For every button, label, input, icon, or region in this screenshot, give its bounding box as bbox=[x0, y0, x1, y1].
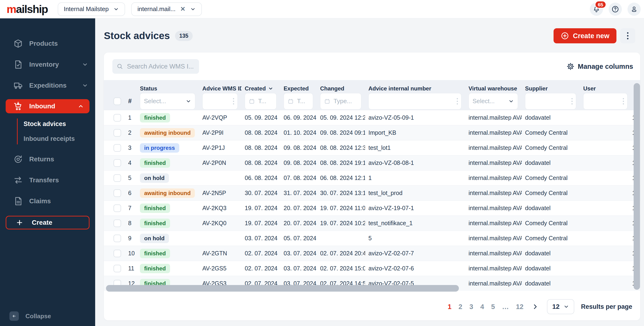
table-row[interactable]: 9 on hold 03. 07. 2024 05. 07. 2024 5 in… bbox=[104, 230, 640, 246]
cell-expected: 20. 07. 2024 bbox=[280, 216, 317, 230]
row-checkbox[interactable] bbox=[114, 129, 121, 136]
package-icon bbox=[13, 39, 23, 48]
select-all-checkbox[interactable] bbox=[114, 98, 121, 105]
sidebar-item-returns[interactable]: Returns bbox=[0, 149, 95, 170]
clear-selection-icon[interactable]: ✕ bbox=[180, 6, 186, 13]
sidebar-item-inventory[interactable]: Inventory bbox=[0, 54, 95, 75]
column-header-advice-wms-id[interactable]: Advice WMS ID bbox=[199, 85, 242, 92]
cell-advice-wms-id: AV-2P9I bbox=[199, 125, 242, 140]
sidebar-subitem-stock-advices[interactable]: Stock advices bbox=[24, 116, 95, 132]
status-filter-select[interactable]: Select... bbox=[140, 93, 195, 110]
page-number[interactable]: 5 bbox=[491, 303, 495, 311]
table-row[interactable]: 3 in progress AV-2P1J 08. 08. 2024 09. 0… bbox=[104, 140, 640, 155]
warehouse-selector[interactable]: internal.mail... ✕ bbox=[131, 2, 202, 16]
page-actions-menu-button[interactable] bbox=[620, 28, 635, 43]
column-header-virtual-warehouse[interactable]: Virtual warehouse bbox=[465, 85, 522, 92]
page-number[interactable]: 2 bbox=[458, 303, 462, 311]
cell-created: 08. 08. 2024 bbox=[242, 156, 280, 170]
table-row[interactable]: 5 on hold 06. 08. 2024 07. 08. 2024 06. … bbox=[104, 170, 640, 186]
table-row[interactable]: 10 finished AV-2GTN 02. 07. 2024 03. 07.… bbox=[104, 246, 640, 261]
row-checkbox[interactable] bbox=[114, 265, 121, 272]
row-checkbox[interactable] bbox=[114, 144, 121, 152]
cell-user bbox=[580, 156, 631, 170]
page-number[interactable]: 12 bbox=[516, 303, 524, 311]
notifications-button[interactable]: 65 bbox=[590, 2, 603, 16]
next-page-button[interactable] bbox=[530, 302, 540, 312]
row-checkbox[interactable] bbox=[114, 114, 121, 122]
column-header-advice-internal-number[interactable]: Advice internal number bbox=[365, 85, 465, 92]
sidebar-subitem-inbound-receipts[interactable]: Inbound receipts bbox=[24, 132, 95, 146]
column-header-changed[interactable]: Changed bbox=[317, 85, 365, 92]
row-number: 2 bbox=[124, 125, 136, 140]
cell-created: 05. 09. 2024 bbox=[242, 110, 280, 125]
create-new-label: Create new bbox=[573, 32, 609, 40]
filter-menu-icon[interactable] bbox=[457, 98, 458, 104]
filter-menu-icon[interactable] bbox=[572, 98, 573, 104]
table-row[interactable]: 8 finished AV-2KQ0 19. 07. 2024 20. 07. … bbox=[104, 216, 640, 230]
created-filter-date-input[interactable]: T... bbox=[245, 93, 276, 110]
horizontal-scrollbar[interactable] bbox=[106, 285, 459, 292]
cell-user bbox=[580, 140, 631, 155]
vertical-scrollbar[interactable] bbox=[634, 83, 640, 290]
column-header-expected[interactable]: Expected bbox=[280, 85, 317, 92]
sidebar-item-expeditions[interactable]: Expeditions bbox=[0, 75, 95, 96]
search-input[interactable] bbox=[112, 59, 199, 74]
manage-columns-button[interactable]: Manage columns bbox=[566, 62, 633, 70]
per-page-select[interactable]: 12 bbox=[547, 299, 574, 314]
filter-menu-icon[interactable] bbox=[623, 98, 624, 104]
mailship-logo: mailship bbox=[6, 2, 48, 16]
row-checkbox[interactable] bbox=[114, 220, 121, 227]
column-header-user[interactable]: User bbox=[580, 85, 631, 92]
page-number[interactable]: 1 bbox=[448, 303, 451, 311]
row-checkbox[interactable] bbox=[114, 159, 121, 167]
row-checkbox[interactable] bbox=[114, 250, 121, 257]
sidebar-item-products[interactable]: Products bbox=[0, 33, 95, 54]
row-checkbox[interactable] bbox=[114, 190, 121, 197]
sidebar-item-transfers[interactable]: Transfers bbox=[0, 170, 95, 190]
sidebar-item-inbound[interactable]: Inbound bbox=[6, 99, 90, 113]
sidebar-item-claims[interactable]: Claims bbox=[0, 190, 95, 212]
table-row[interactable]: 1 finished AV-2VQP 05. 09. 2024 06. 09. … bbox=[104, 110, 640, 125]
sidebar-create-button[interactable]: Create bbox=[6, 216, 90, 230]
account-button[interactable] bbox=[628, 2, 641, 16]
cell-advice-wms-id bbox=[199, 231, 242, 246]
row-checkbox[interactable] bbox=[114, 204, 121, 212]
cell-expected: 20. 07. 2024 bbox=[280, 201, 317, 216]
create-new-button[interactable]: Create new bbox=[554, 28, 616, 43]
row-checkbox[interactable] bbox=[114, 174, 121, 182]
sidebar: Products Inventory Expeditions Inbound S… bbox=[0, 18, 95, 326]
sidebar-item-label: Expeditions bbox=[29, 82, 76, 89]
cell-created: 19. 07. 2024 bbox=[242, 216, 280, 230]
cell-changed: 08. 08. 2024 19:11 bbox=[317, 156, 365, 170]
user-filter-input[interactable] bbox=[583, 93, 628, 110]
virtual-warehouse-filter-select[interactable]: Select... bbox=[468, 93, 518, 110]
table-row[interactable]: 4 finished AV-2P0N 08. 08. 2024 09. 08. … bbox=[104, 155, 640, 170]
advice-internal-number-filter-input[interactable] bbox=[368, 93, 462, 110]
supplier-filter-input[interactable] bbox=[525, 93, 576, 110]
cell-virtual-warehouse: internal.mailstep AVAILABL bbox=[465, 186, 522, 200]
search-field-wrap bbox=[112, 59, 199, 74]
advice-wms-id-filter-input[interactable] bbox=[202, 93, 238, 110]
expected-filter-date-input[interactable]: T... bbox=[284, 93, 313, 110]
table-row[interactable]: 11 finished AV-2GS5 02. 07. 2024 03. 07.… bbox=[104, 261, 640, 276]
column-header-status[interactable]: Status bbox=[136, 85, 199, 92]
row-checkbox[interactable] bbox=[114, 234, 121, 242]
page-number[interactable]: 4 bbox=[480, 303, 484, 311]
cell-virtual-warehouse: internal.mailstep AVAILABL bbox=[465, 276, 522, 291]
changed-filter-date-input[interactable]: Type... bbox=[320, 93, 361, 110]
row-number: 11 bbox=[124, 261, 136, 276]
client-selector[interactable]: Internal Mailstep bbox=[58, 2, 125, 16]
cell-advice-wms-id: AV-2GTN bbox=[199, 246, 242, 261]
filter-menu-icon[interactable] bbox=[233, 98, 234, 104]
table-row[interactable]: 6 awaiting inbound AV-2N5P 30. 07. 2024 … bbox=[104, 186, 640, 200]
column-header-created[interactable]: Created bbox=[242, 85, 280, 92]
table-row[interactable]: 2 awaiting inbound AV-2P9I 08. 08. 2024 … bbox=[104, 125, 640, 140]
table-row[interactable]: 7 finished AV-2KQ3 19. 07. 2024 20. 07. … bbox=[104, 200, 640, 216]
file-check-icon bbox=[13, 60, 23, 70]
page-number[interactable]: 3 bbox=[470, 303, 473, 311]
create-button-label: Create bbox=[32, 219, 52, 226]
column-header-supplier[interactable]: Supplier bbox=[522, 85, 580, 92]
help-button[interactable] bbox=[609, 2, 622, 16]
cell-supplier: Comedy Central bbox=[522, 186, 580, 200]
collapse-sidebar-button[interactable]: Collapse bbox=[10, 312, 51, 321]
